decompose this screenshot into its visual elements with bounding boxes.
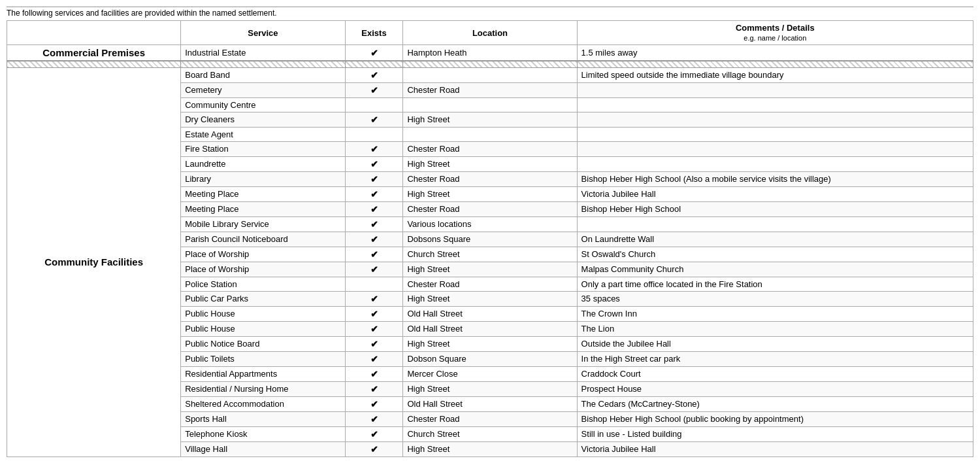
location-cell: High Street	[403, 112, 577, 127]
service-cell: Sheltered Accommodation	[181, 396, 345, 411]
comments-cell: Bishop Heber High School (public booking…	[577, 411, 973, 426]
exists-cell: ✔	[345, 171, 403, 186]
exists-cell: ✔	[345, 141, 403, 156]
comments-cell: Victoria Jubilee Hall	[577, 441, 973, 456]
exists-cell: ✔	[345, 426, 403, 441]
intro-text: The following services and facilities ar…	[7, 7, 973, 18]
location-cell: Chester Road	[403, 277, 577, 291]
exists-cell: ✔	[345, 411, 403, 426]
separator-cell	[345, 61, 403, 67]
comments-cell: Still in use - Listed building	[577, 426, 973, 441]
comments-cell: St Oswald's Church	[577, 247, 973, 262]
category-commercial: Commercial Premises	[7, 45, 181, 61]
service-cell: Laundrette	[181, 156, 345, 171]
service-cell: Public House	[181, 306, 345, 321]
separator-cell	[181, 61, 345, 67]
service-cell: Public Toilets	[181, 351, 345, 366]
service-cell: Place of Worship	[181, 247, 345, 262]
comments-cell: Only a part time office located in the F…	[577, 277, 973, 291]
service-cell: Board Band	[181, 67, 345, 82]
comments-cell: 1.5 miles away	[577, 45, 973, 61]
exists-cell: ✔	[345, 67, 403, 82]
service-cell: Mobile Library Service	[181, 216, 345, 232]
exists-cell: ✔	[345, 156, 403, 171]
header-service: Service	[181, 21, 345, 45]
location-cell: Old Hall Street	[403, 396, 577, 411]
comments-cell	[577, 141, 973, 156]
exists-cell: ✔	[345, 396, 403, 411]
service-cell: Cemetery	[181, 82, 345, 97]
comments-cell: Limited speed outside the immediate vill…	[577, 67, 973, 82]
location-cell: Hampton Heath	[403, 45, 577, 61]
location-cell: Old Hall Street	[403, 306, 577, 321]
service-cell: Residential Appartments	[181, 366, 345, 381]
exists-cell	[345, 277, 403, 291]
header-category	[7, 21, 181, 45]
comments-cell	[577, 127, 973, 141]
category-community: Community Facilities	[7, 67, 181, 456]
comments-cell: Malpas Community Church	[577, 262, 973, 277]
comments-cell	[577, 97, 973, 112]
location-cell: High Street	[403, 186, 577, 201]
location-cell: Dobsons Square	[403, 232, 577, 247]
comments-cell	[577, 82, 973, 97]
location-cell: Chester Road	[403, 411, 577, 426]
comments-cell: Prospect House	[577, 381, 973, 396]
service-cell: Estate Agent	[181, 127, 345, 141]
location-cell: Chester Road	[403, 171, 577, 186]
service-cell: Police Station	[181, 277, 345, 291]
comments-cell: 35 spaces	[577, 291, 973, 306]
header-comments: Comments / Details e.g. name / location	[577, 21, 973, 45]
exists-cell: ✔	[345, 186, 403, 201]
exists-cell: ✔	[345, 216, 403, 232]
comments-cell: Craddock Court	[577, 366, 973, 381]
comments-cell: In the High Street car park	[577, 351, 973, 366]
service-cell: Dry Cleaners	[181, 112, 345, 127]
exists-cell	[345, 127, 403, 141]
exists-cell: ✔	[345, 321, 403, 336]
service-cell: Residential / Nursing Home	[181, 381, 345, 396]
services-table: Service Exists Location Comments / Detai…	[7, 20, 973, 457]
comments-cell: The Crown Inn	[577, 306, 973, 321]
location-cell: High Street	[403, 291, 577, 306]
comments-cell: Outside the Jubilee Hall	[577, 336, 973, 351]
location-cell: Old Hall Street	[403, 321, 577, 336]
exists-cell: ✔	[345, 232, 403, 247]
exists-cell: ✔	[345, 441, 403, 456]
location-cell	[403, 67, 577, 82]
exists-cell: ✔	[345, 351, 403, 366]
comments-cell: Bishop Heber High School	[577, 201, 973, 216]
comments-cell	[577, 112, 973, 127]
exists-cell: ✔	[345, 112, 403, 127]
separator-cell	[577, 61, 973, 67]
exists-cell: ✔	[345, 262, 403, 277]
comments-cell: The Lion	[577, 321, 973, 336]
service-cell: Library	[181, 171, 345, 186]
location-cell: Various locations	[403, 216, 577, 232]
comments-cell	[577, 216, 973, 232]
exists-cell: ✔	[345, 82, 403, 97]
service-cell: Parish Council Noticeboard	[181, 232, 345, 247]
location-cell: Church Street	[403, 426, 577, 441]
comments-cell: On Laundrette Wall	[577, 232, 973, 247]
service-cell: Community Centre	[181, 97, 345, 112]
separator-cell	[7, 61, 181, 67]
service-cell: Public Car Parks	[181, 291, 345, 306]
separator-cell	[403, 61, 577, 67]
location-cell: High Street	[403, 381, 577, 396]
exists-cell: ✔	[345, 247, 403, 262]
service-cell: Sports Hall	[181, 411, 345, 426]
location-cell	[403, 97, 577, 112]
service-cell: Place of Worship	[181, 262, 345, 277]
location-cell: High Street	[403, 336, 577, 351]
exists-cell: ✔	[345, 306, 403, 321]
exists-cell: ✔	[345, 45, 403, 61]
location-cell: High Street	[403, 156, 577, 171]
location-cell: Dobson Square	[403, 351, 577, 366]
service-cell: Meeting Place	[181, 201, 345, 216]
service-cell: Village Hall	[181, 441, 345, 456]
exists-cell: ✔	[345, 201, 403, 216]
header-location: Location	[403, 21, 577, 45]
service-cell: Public House	[181, 321, 345, 336]
location-cell: Chester Road	[403, 201, 577, 216]
